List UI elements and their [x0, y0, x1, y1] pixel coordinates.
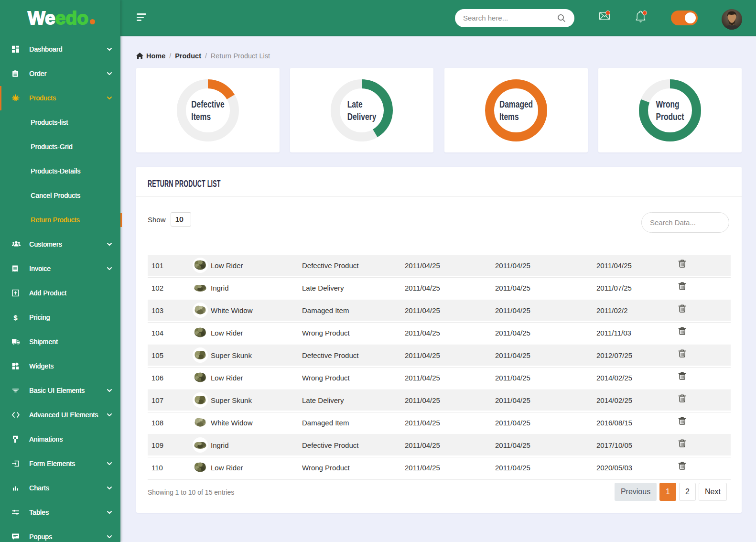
svg-text:$: $: [13, 314, 18, 321]
